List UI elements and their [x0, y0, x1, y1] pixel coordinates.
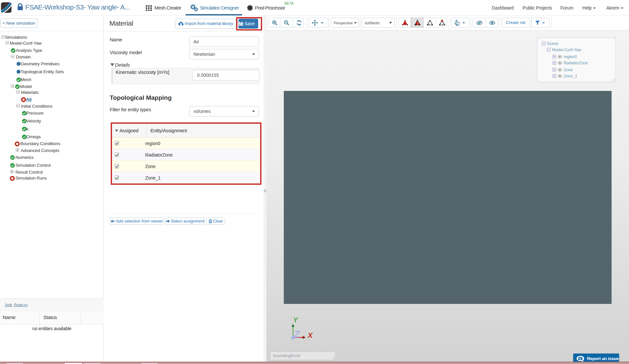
svg-text:X: X [307, 331, 313, 339]
svg-text:Y: Y [293, 316, 299, 324]
